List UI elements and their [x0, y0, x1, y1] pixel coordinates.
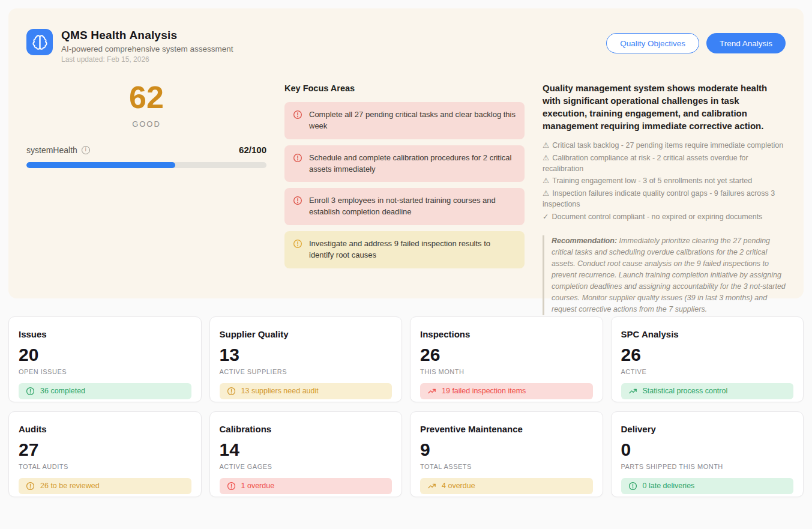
focus-text: Investigate and address 9 failed inspect…	[309, 238, 516, 261]
stats-grid: Issues 20 OPEN ISSUES 36 completed Suppl…	[8, 316, 804, 497]
finding-text: Training engagement low - 3 of 5 enrollm…	[552, 177, 752, 185]
focus-text: Schedule and complete calibration proced…	[309, 153, 516, 175]
metric-value: 62/100	[239, 145, 266, 155]
recommendation-label: Recommendation:	[552, 237, 617, 245]
card-value: 13	[220, 346, 392, 364]
card-value: 14	[220, 441, 392, 459]
badge-text: 26 to be reviewed	[40, 482, 100, 491]
badge-text: 19 failed inspection items	[442, 387, 526, 396]
system-health-score: 62 GOOD systemHealth i 62/100	[26, 82, 266, 315]
health-progress-bar	[26, 162, 266, 168]
card-label: TOTAL ASSETS	[420, 463, 593, 470]
finding-text: Calibration compliance at risk - 2 criti…	[543, 154, 748, 173]
trending-up-icon	[628, 387, 637, 396]
stat-card: Supplier Quality 13 ACTIVE SUPPLIERS 13 …	[209, 316, 403, 402]
status-badge: 19 failed inspection items	[420, 383, 593, 399]
status-badge: 26 to be reviewed	[19, 478, 191, 494]
alert-circle-icon	[293, 196, 302, 205]
focus-title: Key Focus Areas	[284, 83, 525, 93]
alert-circle-icon	[227, 387, 236, 396]
finding-item: ⚠Training engagement low - 3 of 5 enroll…	[543, 176, 786, 187]
warning-icon: ⚠	[543, 141, 549, 150]
badge-text: 4 overdue	[442, 482, 475, 491]
card-value: 26	[621, 346, 794, 364]
status-badge: 4 overdue	[420, 478, 593, 494]
panel-header: QMS Health Analysis AI-powered comprehen…	[26, 29, 786, 64]
alert-circle-icon	[293, 239, 302, 249]
stat-card: Inspections 26 THIS MONTH 19 failed insp…	[410, 316, 603, 402]
last-updated: Last updated: Feb 15, 2026	[61, 55, 233, 64]
finding-item: ⚠Critical task backlog - 27 pending item…	[543, 141, 786, 151]
alert-circle-icon	[26, 387, 35, 396]
card-label: THIS MONTH	[420, 368, 593, 375]
card-value: 27	[19, 441, 191, 459]
card-title: Delivery	[621, 424, 794, 434]
findings-list: ⚠Critical task backlog - 27 pending item…	[543, 141, 786, 222]
focus-text: Enroll 3 employees in not-started traini…	[309, 195, 516, 218]
focus-item: Enroll 3 employees in not-started traini…	[284, 188, 525, 225]
warning-icon: ⚠	[543, 189, 549, 198]
status-badge: 13 suppliers need audit	[220, 383, 392, 399]
metric-label: systemHealth i	[26, 145, 90, 155]
finding-text: Document control compliant - no expired …	[552, 213, 762, 221]
focus-item: Schedule and complete calibration proced…	[284, 145, 525, 183]
trending-up-icon	[427, 387, 436, 396]
finding-item: ⚠Inspection failures indicate quality co…	[543, 189, 786, 210]
focus-item: Investigate and address 9 failed inspect…	[284, 231, 525, 268]
alert-circle-icon	[26, 482, 35, 491]
status-badge: 1 overdue	[220, 478, 392, 494]
brain-icon	[26, 29, 53, 55]
status-badge: Statistical process control	[621, 383, 794, 399]
key-focus-areas: Key Focus Areas Complete all 27 pending …	[284, 82, 525, 315]
stat-card: Issues 20 OPEN ISSUES 36 completed	[8, 316, 202, 402]
stat-card: Calibrations 14 ACTIVE GAGES 1 overdue	[209, 411, 403, 497]
badge-text: 0 late deliveries	[643, 482, 695, 491]
qms-health-panel: QMS Health Analysis AI-powered comprehen…	[8, 8, 804, 298]
recommendation: Recommendation: Immediately prioritize c…	[543, 235, 786, 315]
trending-up-icon	[427, 482, 436, 491]
finding-text: Inspection failures indicate quality con…	[543, 189, 775, 208]
progress-fill	[26, 162, 175, 168]
header-actions: Quality Objectives Trend Analysis	[606, 29, 786, 53]
page-title: QMS Health Analysis	[61, 29, 233, 42]
card-label: PARTS SHIPPED THIS MONTH	[621, 463, 794, 470]
focus-item: Complete all 27 pending critical tasks a…	[284, 102, 525, 139]
badge-text: 1 overdue	[241, 482, 275, 491]
quality-objectives-button[interactable]: Quality Objectives	[606, 33, 699, 53]
card-label: OPEN ISSUES	[19, 368, 191, 375]
score-value: 62	[26, 82, 266, 113]
stat-card: Preventive Maintenance 9 TOTAL ASSETS 4 …	[410, 411, 603, 497]
card-value: 26	[420, 346, 593, 364]
alert-circle-icon	[227, 482, 236, 491]
recommendation-text: Immediately prioritize clearing the 27 p…	[552, 237, 786, 313]
assessment-column: Quality management system shows moderate…	[543, 82, 786, 315]
finding-item: ⚠Calibration compliance at risk - 2 crit…	[543, 153, 786, 175]
card-title: Preventive Maintenance	[420, 424, 593, 434]
card-title: Calibrations	[220, 424, 392, 434]
card-value: 0	[621, 441, 794, 459]
card-title: Inspections	[420, 329, 593, 339]
warning-icon: ⚠	[543, 177, 549, 185]
card-label: ACTIVE SUPPLIERS	[220, 368, 392, 375]
stat-card: SPC Analysis 26 ACTIVE Statistical proce…	[611, 316, 804, 402]
stat-card: Delivery 0 PARTS SHIPPED THIS MONTH 0 la…	[611, 411, 804, 497]
card-title: SPC Analysis	[621, 329, 794, 339]
status-badge: 0 late deliveries	[621, 478, 794, 494]
badge-text: 13 suppliers need audit	[241, 387, 319, 396]
card-title: Supplier Quality	[220, 329, 392, 339]
card-label: TOTAL AUDITS	[19, 463, 191, 470]
score-rating: GOOD	[26, 119, 266, 128]
finding-item: ✓Document control compliant - no expired…	[543, 212, 786, 223]
card-label: ACTIVE	[621, 368, 794, 375]
finding-text: Critical task backlog - 27 pending items…	[552, 141, 783, 150]
alert-circle-icon	[293, 110, 302, 119]
header-text: QMS Health Analysis AI-powered comprehen…	[61, 29, 233, 64]
focus-list: Complete all 27 pending critical tasks a…	[284, 102, 525, 268]
page-subtitle: AI-powered comprehensive system assessme…	[61, 44, 233, 53]
card-title: Issues	[19, 329, 191, 339]
assessment-summary: Quality management system shows moderate…	[543, 82, 786, 132]
trend-analysis-button[interactable]: Trend Analysis	[706, 33, 786, 53]
badge-text: Statistical process control	[643, 387, 728, 396]
info-icon[interactable]: i	[82, 146, 90, 154]
alert-circle-icon	[628, 482, 637, 491]
